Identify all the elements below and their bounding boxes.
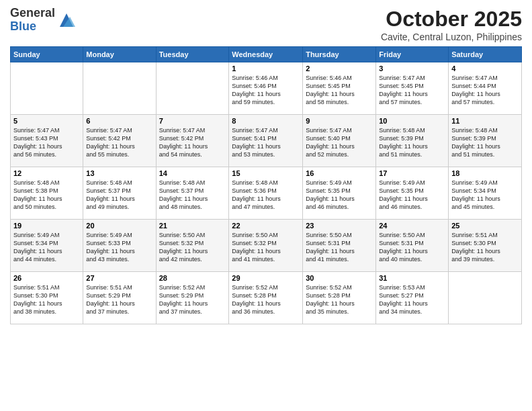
cell-detail: Sunrise: 5:49 AM (86, 231, 152, 239)
cell-detail: Sunrise: 5:49 AM (451, 179, 519, 187)
cell-detail: Sunrise: 5:47 AM (379, 74, 445, 82)
cell-detail: Sunset: 5:30 PM (451, 239, 519, 247)
cell-detail: Sunset: 5:40 PM (306, 134, 373, 142)
cell-detail: and 37 minutes. (159, 308, 226, 316)
calendar-cell: 16Sunrise: 5:49 AMSunset: 5:35 PMDayligh… (303, 167, 376, 220)
cell-detail: Sunrise: 5:46 AM (232, 74, 300, 82)
cell-detail: Sunrise: 5:49 AM (379, 179, 445, 187)
cell-detail: and 57 minutes. (451, 98, 519, 106)
week-row-1: 5Sunrise: 5:47 AMSunset: 5:43 PMDaylight… (11, 115, 522, 167)
cell-detail: Sunset: 5:31 PM (306, 239, 373, 247)
cell-detail: Sunrise: 5:51 AM (451, 231, 519, 239)
cell-detail: and 59 minutes. (232, 98, 300, 106)
cell-detail: and 54 minutes. (159, 150, 226, 158)
col-thursday: Thursday (303, 47, 376, 62)
cell-detail: Sunrise: 5:47 AM (232, 126, 300, 134)
cell-detail: Daylight: 11 hours (451, 195, 519, 203)
cell-detail: Sunrise: 5:47 AM (306, 126, 373, 134)
day-number: 2 (306, 64, 373, 73)
cell-detail: Daylight: 11 hours (86, 247, 152, 255)
cell-detail: Daylight: 11 hours (306, 247, 373, 255)
day-number: 13 (86, 169, 152, 177)
calendar-cell: 5Sunrise: 5:47 AMSunset: 5:43 PMDaylight… (11, 115, 83, 167)
calendar-cell: 17Sunrise: 5:49 AMSunset: 5:35 PMDayligh… (376, 167, 449, 220)
day-number: 3 (379, 64, 445, 73)
cell-detail: and 43 minutes. (86, 255, 152, 263)
calendar-cell: 19Sunrise: 5:49 AMSunset: 5:34 PMDayligh… (11, 220, 83, 272)
calendar-cell: 7Sunrise: 5:47 AMSunset: 5:42 PMDaylight… (156, 115, 229, 167)
cell-detail: Sunrise: 5:52 AM (159, 283, 226, 291)
calendar-cell (83, 62, 156, 115)
cell-detail: and 51 minutes. (451, 150, 519, 158)
day-number: 1 (232, 64, 300, 73)
day-number: 30 (306, 274, 373, 282)
cell-detail: Sunrise: 5:51 AM (86, 283, 152, 291)
cell-detail: Daylight: 11 hours (451, 247, 519, 255)
day-number: 4 (451, 64, 519, 73)
cell-detail: Sunrise: 5:52 AM (232, 283, 300, 291)
cell-detail: Daylight: 11 hours (232, 300, 300, 308)
week-row-4: 26Sunrise: 5:51 AMSunset: 5:30 PMDayligh… (11, 272, 522, 324)
cell-detail: Daylight: 11 hours (159, 300, 226, 308)
cell-detail: Sunset: 5:42 PM (159, 134, 226, 142)
cell-detail: Sunset: 5:37 PM (159, 187, 226, 195)
calendar-cell: 12Sunrise: 5:48 AMSunset: 5:38 PMDayligh… (11, 167, 83, 220)
cell-detail: Sunrise: 5:48 AM (159, 179, 226, 187)
cell-detail: and 50 minutes. (13, 203, 80, 211)
calendar-cell: 9Sunrise: 5:47 AMSunset: 5:40 PMDaylight… (303, 115, 376, 167)
cell-detail: Daylight: 11 hours (13, 300, 80, 308)
week-row-0: 1Sunrise: 5:46 AMSunset: 5:46 PMDaylight… (11, 62, 522, 115)
cell-detail: and 48 minutes. (159, 203, 226, 211)
day-number: 26 (13, 274, 80, 282)
cell-detail: Daylight: 11 hours (232, 90, 300, 98)
calendar-table: Sunday Monday Tuesday Wednesday Thursday… (10, 46, 522, 324)
cell-detail: and 42 minutes. (159, 255, 226, 263)
day-number: 12 (13, 169, 80, 177)
day-number: 17 (379, 169, 445, 177)
cell-detail: Sunrise: 5:50 AM (379, 231, 445, 239)
cell-detail: Sunset: 5:34 PM (451, 187, 519, 195)
cell-detail: Daylight: 11 hours (232, 142, 300, 150)
day-number: 22 (232, 222, 300, 230)
cell-detail: Sunrise: 5:46 AM (306, 74, 373, 82)
cell-detail: Sunrise: 5:53 AM (379, 283, 445, 291)
calendar-cell: 1Sunrise: 5:46 AMSunset: 5:46 PMDaylight… (229, 62, 303, 115)
cell-detail: Sunrise: 5:51 AM (13, 283, 80, 291)
day-number: 10 (379, 117, 445, 125)
day-number: 7 (159, 117, 226, 125)
cell-detail: Daylight: 11 hours (379, 247, 445, 255)
cell-detail: and 56 minutes. (13, 150, 80, 158)
day-number: 20 (86, 222, 152, 230)
cell-detail: Sunset: 5:31 PM (379, 239, 445, 247)
cell-detail: and 46 minutes. (306, 203, 373, 211)
cell-detail: and 34 minutes. (379, 308, 445, 316)
cell-detail: and 47 minutes. (232, 203, 300, 211)
cell-detail: and 58 minutes. (306, 98, 373, 106)
cell-detail: Sunset: 5:30 PM (13, 291, 80, 300)
cell-detail: Daylight: 11 hours (86, 300, 152, 308)
cell-detail: Sunset: 5:32 PM (159, 239, 226, 247)
cell-detail: Sunset: 5:39 PM (379, 134, 445, 142)
logo-blue: Blue (10, 20, 55, 34)
col-sunday: Sunday (11, 47, 83, 62)
calendar-cell: 25Sunrise: 5:51 AMSunset: 5:30 PMDayligh… (449, 220, 522, 272)
calendar-cell: 21Sunrise: 5:50 AMSunset: 5:32 PMDayligh… (156, 220, 229, 272)
cell-detail: Daylight: 11 hours (159, 195, 226, 203)
day-number: 11 (451, 117, 519, 125)
logo: General Blue (10, 7, 77, 34)
day-number: 14 (159, 169, 226, 177)
cell-detail: and 52 minutes. (306, 150, 373, 158)
week-row-2: 12Sunrise: 5:48 AMSunset: 5:38 PMDayligh… (11, 167, 522, 220)
cell-detail: Sunrise: 5:50 AM (306, 231, 373, 239)
cell-detail: Sunset: 5:35 PM (306, 187, 373, 195)
cell-detail: Daylight: 11 hours (13, 247, 80, 255)
cell-detail: Sunset: 5:36 PM (232, 187, 300, 195)
cell-detail: Sunset: 5:29 PM (159, 291, 226, 300)
calendar-cell: 11Sunrise: 5:48 AMSunset: 5:39 PMDayligh… (449, 115, 522, 167)
cell-detail: Sunrise: 5:47 AM (86, 126, 152, 134)
cell-detail: and 51 minutes. (379, 150, 445, 158)
day-number: 19 (13, 222, 80, 230)
day-number: 25 (451, 222, 519, 230)
cell-detail: Sunset: 5:41 PM (232, 134, 300, 142)
cell-detail: Sunset: 5:28 PM (306, 291, 373, 300)
